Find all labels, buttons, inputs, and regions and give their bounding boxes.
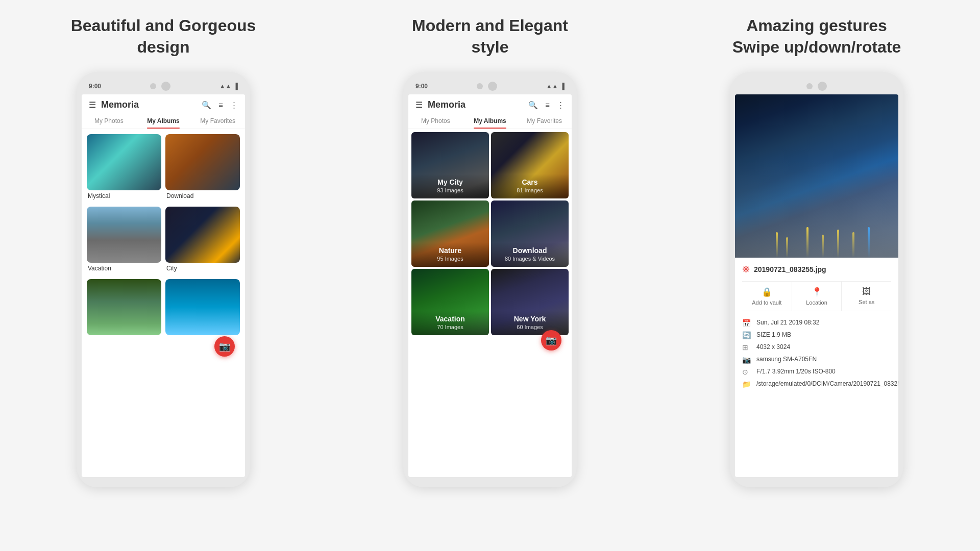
meta-camera-row: ⊙ F/1.7 3.92mm 1/20s ISO-800 — [742, 367, 891, 376]
add-to-vault-btn[interactable]: 🔒 Add to vault — [742, 282, 792, 311]
notch-circle-large-2 — [488, 82, 497, 91]
app-title-1: Memoria — [101, 99, 139, 110]
phone-2-notch — [477, 82, 497, 91]
light-1 — [776, 232, 778, 258]
more-icon-2[interactable]: ⋮ — [557, 101, 565, 110]
phone-1-tabs: My Photos My Albums My Favorites — [82, 113, 245, 129]
flower-icon: ❋ — [742, 264, 750, 275]
page-container: Beautiful and Gorgeousdesign 9:00 ▲▲ ▐ — [0, 0, 980, 551]
phone-2-header: ☰ Memoria 🔍 ≡ ⋮ — [408, 94, 572, 113]
wifi-icon: ▲▲ — [219, 83, 232, 90]
more-icon-1[interactable]: ⋮ — [230, 101, 238, 110]
album-nature-2[interactable]: Nature 95 Images — [411, 201, 489, 267]
album-nature-1[interactable] — [87, 279, 161, 337]
album-count-vacation: 70 Images — [415, 324, 485, 330]
light-3 — [806, 227, 808, 258]
column-3-title: Amazing gesturesSwipe up/down/rotate — [732, 15, 901, 58]
album-label-city: City — [165, 265, 240, 272]
filter-icon-2[interactable]: ≡ — [545, 101, 550, 109]
battery-icon: ▐ — [233, 83, 238, 90]
phone-3-wrapper: ❋ 20190721_083255.jpg 🔒 Add to vault — [730, 72, 903, 487]
phone-2-notch-bar: 9:00 ▲▲ ▐ — [408, 79, 572, 93]
phone-1-wrapper: 9:00 ▲▲ ▐ ☰ Mem — [77, 72, 250, 487]
photo-detail-info: ❋ 20190721_083255.jpg 🔒 Add to vault — [735, 258, 898, 477]
album-download-1[interactable]: Download — [165, 134, 240, 199]
album-name-nature: Nature — [415, 246, 485, 255]
album-count-download: 80 Images & Videos — [495, 256, 565, 262]
notch-circle-small-2 — [477, 83, 483, 89]
light-2 — [786, 237, 788, 258]
album-name-vacation: Vacation — [415, 315, 485, 323]
size-icon: 🔄 — [742, 331, 751, 339]
folder-icon: 📁 — [742, 380, 751, 388]
set-as-label: Set as — [859, 299, 874, 305]
location-icon: 📍 — [812, 287, 822, 297]
meta-path: /storage/emulated/0/DCIM/Camera/20190721… — [756, 380, 898, 388]
album-count-mycity: 93 Images — [415, 187, 485, 193]
header-left-2: ☰ Memoria — [415, 99, 465, 110]
album-label-download: Download — [165, 192, 240, 199]
tab-my-photos-2[interactable]: My Photos — [408, 113, 463, 129]
fab-camera-1[interactable]: 📷 — [214, 336, 235, 357]
set-as-btn[interactable]: 🖼 Set as — [842, 282, 891, 311]
album-vacation-1[interactable]: Vacation — [87, 207, 161, 272]
tab-my-favorites-1[interactable]: My Favorites — [190, 113, 245, 129]
album-cars[interactable]: Cars 81 Images — [491, 132, 569, 198]
album-city-1[interactable]: City — [165, 207, 240, 272]
search-icon-2[interactable]: 🔍 — [528, 101, 538, 110]
phone-3-notch-bar — [735, 79, 898, 93]
album-mycity[interactable]: My City 93 Images — [411, 132, 489, 198]
album-mystical[interactable]: Mystical — [87, 134, 161, 199]
tab-my-photos-1[interactable]: My Photos — [82, 113, 136, 129]
album-newyork[interactable]: New York 60 Images — [491, 269, 569, 335]
meta-list: 📅 Sun, Jul 21 2019 08:32 🔄 SIZE 1.9 MB ⊞ — [742, 318, 891, 388]
album-thumb-city — [165, 207, 240, 263]
photo-large — [735, 94, 898, 258]
album-name-mycity: My City — [415, 178, 485, 187]
album-thumb-nature — [87, 279, 161, 335]
album-overlay-nature: Nature 95 Images — [411, 242, 489, 267]
meta-date-row: 📅 Sun, Jul 21 2019 08:32 — [742, 318, 891, 327]
album-thumb-ocean — [165, 279, 240, 335]
fab-camera-2[interactable]: 📷 — [541, 330, 561, 350]
location-btn[interactable]: 📍 Location — [792, 282, 842, 311]
album-name-cars: Cars — [495, 178, 565, 187]
tab-my-favorites-2[interactable]: My Favorites — [517, 113, 572, 129]
album-count-cars: 81 Images — [495, 187, 565, 193]
phone-1-screen: ☰ Memoria 🔍 ≡ ⋮ My Photos My Albums — [82, 94, 245, 477]
album-thumb-download — [165, 134, 240, 190]
album-label-vacation: Vacation — [87, 265, 161, 272]
photo-detail-screen: ❋ 20190721_083255.jpg 🔒 Add to vault — [735, 94, 898, 477]
phone-3-notch — [806, 82, 827, 91]
tab-my-albums-2[interactable]: My Albums — [463, 113, 518, 129]
search-icon-1[interactable]: 🔍 — [202, 101, 211, 110]
phone-1-notch — [150, 82, 170, 91]
phone-1-status-icons: ▲▲ ▐ — [219, 83, 238, 90]
tab-my-albums-1[interactable]: My Albums — [136, 113, 191, 129]
album-row-3 — [87, 279, 240, 337]
album-ocean-1[interactable] — [165, 279, 240, 337]
meta-device: samsung SM-A705FN — [756, 355, 817, 364]
file-name-row: ❋ 20190721_083255.jpg — [742, 264, 891, 275]
light-7 — [868, 227, 870, 258]
notch-circle-large — [161, 82, 170, 91]
album-count-newyork: 60 Images — [495, 324, 565, 330]
album-vacation-2[interactable]: Vacation 70 Images — [411, 269, 489, 335]
phone-2-tabs: My Photos My Albums My Favorites — [408, 113, 572, 129]
album-overlay-mycity: My City 93 Images — [411, 174, 489, 198]
album-download-2[interactable]: Download 80 Images & Videos — [491, 201, 569, 267]
notch-circle-small-3 — [806, 83, 813, 89]
column-1: Beautiful and Gorgeousdesign 9:00 ▲▲ ▐ — [0, 15, 327, 487]
resolution-icon: ⊞ — [742, 343, 751, 352]
filter-icon-1[interactable]: ≡ — [218, 101, 223, 109]
album-overlay-vacation: Vacation 70 Images — [411, 311, 489, 335]
hamburger-icon-2[interactable]: ☰ — [415, 100, 423, 110]
hamburger-icon-1[interactable]: ☰ — [89, 100, 96, 110]
header-icons-2: 🔍 ≡ ⋮ — [528, 101, 565, 110]
vault-icon: 🔒 — [762, 287, 772, 297]
wifi-icon-2: ▲▲ — [546, 83, 558, 90]
meta-resolution: 4032 x 3024 — [756, 343, 790, 352]
phone-1-frame: 9:00 ▲▲ ▐ ☰ Mem — [77, 72, 250, 487]
set-as-icon: 🖼 — [862, 287, 871, 297]
camera-icon: 📷 — [742, 356, 751, 364]
